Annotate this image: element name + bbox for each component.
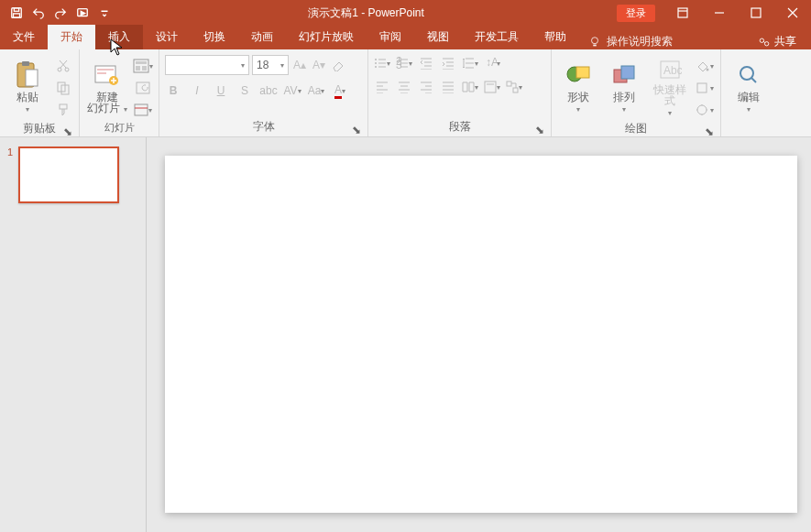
svg-rect-20 <box>136 61 147 64</box>
decrease-indent-button[interactable] <box>418 55 434 71</box>
line-spacing-button[interactable]: ▾ <box>462 55 478 71</box>
tab-review[interactable]: 审阅 <box>367 25 414 49</box>
tab-design[interactable]: 设计 <box>143 25 191 49</box>
cut-button[interactable] <box>53 57 73 75</box>
align-text-button[interactable]: ▾ <box>484 79 500 95</box>
svg-point-12 <box>58 68 61 71</box>
bullets-button[interactable]: ▾ <box>374 55 390 71</box>
font-launcher[interactable]: ⬊ <box>351 124 362 135</box>
columns-button[interactable]: ▾ <box>462 79 478 95</box>
minimize-button[interactable] <box>701 0 738 26</box>
indent-icon <box>442 57 455 70</box>
slide-canvas[interactable] <box>165 156 797 513</box>
smartart-button[interactable]: ▾ <box>506 79 522 95</box>
shape-effects-button[interactable]: ▾ <box>695 101 715 119</box>
font-family-combo[interactable]: ▾ <box>165 55 249 75</box>
find-icon <box>738 64 760 86</box>
tab-home[interactable]: 开始 <box>48 25 95 49</box>
shape-fill-button[interactable]: ▾ <box>695 57 715 75</box>
save-button[interactable] <box>5 2 27 24</box>
undo-button[interactable] <box>27 2 49 24</box>
window-title: 演示文稿1 - PowerPoint <box>115 5 617 21</box>
svg-rect-39 <box>661 61 679 78</box>
shapes-button[interactable]: 形状▾ <box>557 55 599 119</box>
svg-text:2: 2 <box>396 57 402 68</box>
numbering-button[interactable]: 123▾ <box>396 55 412 71</box>
svg-point-8 <box>764 41 768 45</box>
character-spacing-button[interactable]: AV▾ <box>284 82 301 99</box>
font-color-button[interactable]: A▾ <box>332 82 348 99</box>
svg-point-43 <box>697 105 707 114</box>
svg-rect-17 <box>95 66 115 82</box>
slide-editor[interactable] <box>147 137 811 532</box>
svg-point-26 <box>375 62 377 64</box>
qat-customize-dropdown[interactable] <box>93 2 115 24</box>
slide-layout-button[interactable]: ▾ <box>133 57 153 75</box>
clear-formatting-button[interactable] <box>330 57 346 73</box>
ribbon: 粘贴▾ 剪贴板⬊ 新建 幻灯片 ▾ ▾ ▾ 幻灯片 <box>0 49 811 137</box>
slide-thumbnail-panel[interactable]: 1 <box>0 137 147 532</box>
columns-icon <box>462 81 475 93</box>
tab-animations[interactable]: 动画 <box>238 25 286 49</box>
tell-me-search[interactable]: 操作说明搜索 <box>579 34 682 49</box>
align-center-icon <box>398 81 411 93</box>
slide-thumbnail-1[interactable]: 1 <box>7 147 138 203</box>
slide-thumbnail[interactable] <box>18 147 119 203</box>
quick-styles-button[interactable]: Abc 快速样式▾ <box>649 55 691 119</box>
section-button[interactable]: ▾ <box>133 101 153 119</box>
drawing-launcher[interactable]: ⬊ <box>704 125 715 136</box>
tab-view[interactable]: 视图 <box>414 25 462 49</box>
arrange-button[interactable]: 排列▾ <box>603 55 645 119</box>
tab-help[interactable]: 帮助 <box>532 25 579 49</box>
clipboard-launcher[interactable]: ⬊ <box>62 125 73 136</box>
new-slide-button[interactable]: 新建 幻灯片 ▾ <box>85 55 129 119</box>
text-direction-button[interactable]: ↕A▾ <box>484 55 500 71</box>
underline-button[interactable]: U <box>213 82 229 99</box>
ribbon-display-options[interactable] <box>664 0 701 26</box>
tab-developer[interactable]: 开发工具 <box>462 25 532 49</box>
share-button[interactable]: 共享 <box>743 34 811 49</box>
eraser-icon <box>332 59 345 71</box>
svg-point-7 <box>760 38 763 42</box>
strikethrough-button[interactable]: S <box>236 82 253 99</box>
shape-outline-button[interactable]: ▾ <box>695 79 715 97</box>
align-left-button[interactable] <box>374 79 390 95</box>
group-font: ▾ 18▾ A▴ A▾ B I U S abc AV▾ Aa▾ A▾ 字体⬊ <box>159 49 368 136</box>
start-from-beginning-button[interactable] <box>71 2 93 24</box>
maximize-button[interactable] <box>738 0 774 26</box>
tab-transitions[interactable]: 切换 <box>191 25 238 49</box>
align-right-button[interactable] <box>418 79 434 95</box>
tab-file[interactable]: 文件 <box>0 25 48 49</box>
tab-slideshow[interactable]: 幻灯片放映 <box>286 25 367 49</box>
redo-button[interactable] <box>49 2 71 24</box>
reset-slide-button[interactable] <box>133 79 153 97</box>
change-case-button[interactable]: Aa▾ <box>308 82 324 99</box>
format-painter-button[interactable] <box>53 101 73 119</box>
svg-rect-5 <box>751 8 761 17</box>
group-clipboard: 粘贴▾ 剪贴板⬊ <box>0 49 80 136</box>
justify-button[interactable] <box>440 79 456 95</box>
svg-rect-9 <box>17 63 34 87</box>
text-shadow-button[interactable]: abc <box>260 82 277 99</box>
paste-button[interactable]: 粘贴▾ <box>5 55 49 119</box>
login-button[interactable]: 登录 <box>617 5 655 22</box>
lightbulb-icon <box>588 36 601 49</box>
editing-button[interactable]: 编辑▾ <box>727 55 771 119</box>
tab-insert[interactable]: 插入 <box>95 25 143 49</box>
close-button[interactable] <box>774 0 811 26</box>
align-center-button[interactable] <box>396 79 412 95</box>
italic-button[interactable]: I <box>189 82 205 99</box>
align-text-icon <box>484 81 497 93</box>
increase-indent-button[interactable] <box>440 55 456 71</box>
bold-button[interactable]: B <box>165 82 181 99</box>
group-editing: 编辑▾ <box>721 49 776 136</box>
svg-point-41 <box>707 69 709 71</box>
paragraph-launcher[interactable]: ⬊ <box>534 124 545 135</box>
font-size-combo[interactable]: 18▾ <box>252 55 289 75</box>
quick-access-toolbar <box>0 2 115 24</box>
group-paragraph: ▾ 123▾ ▾ ↕A▾ ▾ ▾ ▾ 段落⬊ <box>368 49 552 136</box>
increase-font-button[interactable]: A▴ <box>291 57 308 73</box>
decrease-font-button[interactable]: A▾ <box>311 57 327 73</box>
copy-button[interactable] <box>53 79 73 97</box>
shapes-icon <box>565 63 591 87</box>
